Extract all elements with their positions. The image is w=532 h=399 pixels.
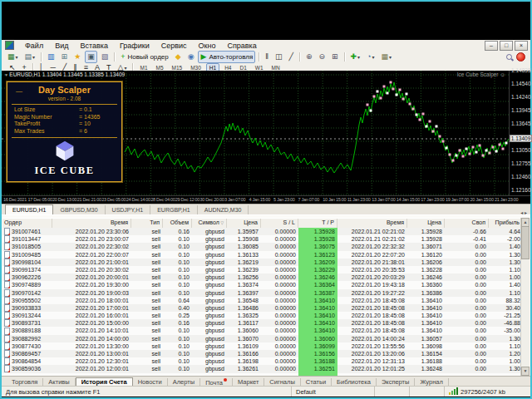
- time-axis-label: 4 Jan 15:00: [249, 197, 270, 202]
- table-row[interactable]: 3910074612022.01.20 23:30:06sell0.16gbpu…: [2, 228, 520, 235]
- minimize-button[interactable]: –: [485, 41, 498, 51]
- chart-plot[interactable]: ▼ EURUSD,H1 1.13404 1.13445 1.13385 1.13…: [2, 71, 510, 195]
- history-col-header-11[interactable]: Прибыль: [489, 219, 523, 228]
- order-doc-icon: [4, 251, 10, 259]
- ea-panel-dash-icon[interactable]: —: [16, 87, 22, 95]
- history-col-header-2[interactable]: Тип: [131, 219, 163, 228]
- table-row[interactable]: 3910094852022.01.20 22:00:07sell0.10gbpu…: [2, 251, 520, 259]
- search-icon[interactable]: [506, 54, 513, 61]
- zoom-in-icon[interactable]: ⊕: [303, 51, 315, 63]
- table-row[interactable]: 3909748892022.01.20 19:30:00sell0.10gbpu…: [2, 281, 520, 288]
- history-col-header-5[interactable]: Цена: [227, 219, 261, 228]
- candles-chart-icon[interactable]: ◫: [273, 51, 285, 63]
- cell-объем: 0.10: [163, 357, 192, 365]
- table-row[interactable]: 3909132442022.01.20 16:00:01sell0.25gbpu…: [2, 312, 520, 319]
- cell-text: gbpusd: [205, 229, 224, 234]
- cell-своп: -0.41: [445, 235, 489, 243]
- scrollbar-down-icon[interactable]: ▼: [521, 367, 530, 376]
- cell-text: 1.36548: [238, 298, 259, 303]
- indicators-icon[interactable]: ✚▾: [348, 51, 363, 63]
- traffic-text: 297256/2407 kb: [461, 388, 505, 396]
- cell-text: 1.36374: [238, 282, 259, 288]
- price-axis[interactable]: 1.13409 1.148351.145401.142401.139451.13…: [510, 71, 530, 195]
- menu-item-6[interactable]: Справка: [221, 42, 262, 50]
- history-col-header-0[interactable]: Ордер: [2, 219, 52, 228]
- cell-цена: 1.36057: [407, 335, 445, 342]
- menu-item-5[interactable]: Окно: [193, 42, 222, 50]
- table-row[interactable]: 3908937312022.01.20 15:00:00sell0.16gbpu…: [2, 319, 520, 327]
- menu-item-3[interactable]: Графики: [114, 42, 155, 50]
- cell-text: 390913244: [12, 312, 41, 319]
- status-profile[interactable]: Default: [291, 387, 374, 397]
- filter-icon[interactable]: ▽: [219, 220, 224, 225]
- connection-bars-icon: [449, 388, 458, 395]
- history-col-header-8[interactable]: Время: [337, 219, 407, 228]
- dropdown-caret-icon: ▾: [124, 65, 126, 71]
- trade-marker-icon: [505, 142, 508, 145]
- order-doc-icon: [4, 243, 10, 250]
- table-row[interactable]: 3908648542022.01.20 12:30:01sell0.10gbpu…: [2, 357, 520, 365]
- terminal-scrollbar[interactable]: ▲ ▼: [520, 218, 530, 376]
- bars-chart-icon[interactable]: ‖: [263, 51, 271, 63]
- cell-text: -35.00: [504, 328, 520, 333]
- table-row[interactable]: 3908891882022.01.20 14:10:01sell0.10gbpu…: [2, 327, 520, 334]
- history-col-header-9[interactable]: Цена: [407, 219, 445, 228]
- tile-windows-icon[interactable]: ⊞: [329, 51, 341, 63]
- table-row[interactable]: 3908694572022.01.20 13:00:01sell0.10gbpu…: [2, 350, 520, 357]
- table-row[interactable]: 3909338332022.01.20 17:00:01sell0.40gbpu…: [2, 304, 520, 312]
- history-col-header-1[interactable]: Время: [52, 219, 131, 228]
- cell-text: 390893731: [12, 319, 41, 327]
- time-axis-label: 30 Dec 20:00: [200, 197, 224, 202]
- menu-bar-items: ФайлВидВставкаГрафикиСервисОкноСправка: [19, 42, 263, 50]
- header-label: Время: [111, 219, 128, 225]
- table-row[interactable]: 3909913742022.01.20 20:30:02sell0.10gbpu…: [2, 266, 520, 273]
- restore-button[interactable]: □: [500, 41, 513, 51]
- table-row[interactable]: 3910134472022.01.20 23:00:07sell0.10gbpu…: [2, 235, 520, 243]
- table-row[interactable]: 3908774302022.01.20 13:30:00sell0.10gbpu…: [2, 342, 520, 350]
- cell-text: 0.00000: [275, 313, 296, 318]
- ea-smiley-icon[interactable]: ☺: [500, 71, 505, 77]
- metaeditor-icon[interactable]: ◆: [173, 51, 184, 63]
- line-chart-icon[interactable]: ╱: [286, 51, 295, 63]
- table-row[interactable]: 3909622262022.01.20 20:00:01sell0.10gbpu…: [2, 273, 520, 281]
- menu-item-4[interactable]: Сервис: [155, 42, 193, 50]
- trade-marker-icon: [392, 88, 395, 91]
- table-row[interactable]: 3908590362022.01.20 12:00:01sell0.10gbpu…: [2, 365, 520, 372]
- cell-время: 2022.01.20 22:30:02: [52, 243, 131, 250]
- scrollbar-thumb[interactable]: [521, 226, 530, 259]
- templates-icon[interactable]: ▦▾: [379, 51, 395, 63]
- indicators-icon-glyph: ✚: [351, 52, 357, 62]
- table-row[interactable]: 3909981042022.01.20 21:00:01sell0.10gbpu…: [2, 259, 520, 266]
- cell-t-p: 1.36410: [298, 319, 337, 327]
- cell-text: 2022.01.20 18:45:08: [352, 313, 405, 318]
- cell-тип: sell: [131, 357, 163, 365]
- order-doc-icon: [4, 365, 10, 372]
- cell-text: sell: [151, 305, 160, 311]
- history-col-header-4[interactable]: Символ ▽: [192, 219, 227, 228]
- cell-text: gbpusd: [205, 366, 224, 372]
- table-row[interactable]: 3908829922022.01.20 14:00:00sell0.10gbpu…: [2, 335, 520, 342]
- table-row[interactable]: 3909701422022.01.20 19:00:03sell0.10gbpu…: [2, 289, 520, 297]
- history-col-header-6[interactable]: S / L: [261, 219, 298, 228]
- cell-ордер: 390974889: [2, 281, 52, 288]
- cell-text: 2022.01.20 18:45:08: [352, 328, 405, 333]
- cell-цена: 1.36410: [407, 304, 445, 312]
- cell-объем: 0.10: [163, 251, 192, 259]
- history-col-header-10[interactable]: Своп: [445, 219, 489, 228]
- history-col-header-7[interactable]: T / P: [298, 219, 337, 228]
- menu-item-2[interactable]: Вставка: [74, 42, 113, 50]
- cell-text: 391007461: [12, 228, 41, 235]
- notifications-icon[interactable]: [516, 52, 525, 62]
- community-icon[interactable]: ◉: [185, 51, 197, 63]
- time-axis-label: 21 Dec 21:00: [77, 197, 101, 202]
- zoom-out-icon[interactable]: ⊖: [316, 51, 328, 63]
- table-row[interactable]: 3910185052022.01.20 22:30:02sell0.10gbpu…: [2, 243, 520, 250]
- close-button[interactable]: ×: [515, 41, 528, 51]
- history-col-header-3[interactable]: Объем: [163, 219, 192, 228]
- auto-trading-button[interactable]: ▶Авто-торговля: [198, 51, 255, 63]
- periods-icon[interactable]: ◔▾: [364, 51, 377, 63]
- menu-item-0[interactable]: Файл: [19, 42, 49, 50]
- trade-marker-icon: [489, 152, 491, 155]
- table-row[interactable]: 3909555022022.01.20 18:00:01sell0.64gbpu…: [2, 297, 520, 304]
- menu-item-1[interactable]: Вид: [49, 42, 74, 50]
